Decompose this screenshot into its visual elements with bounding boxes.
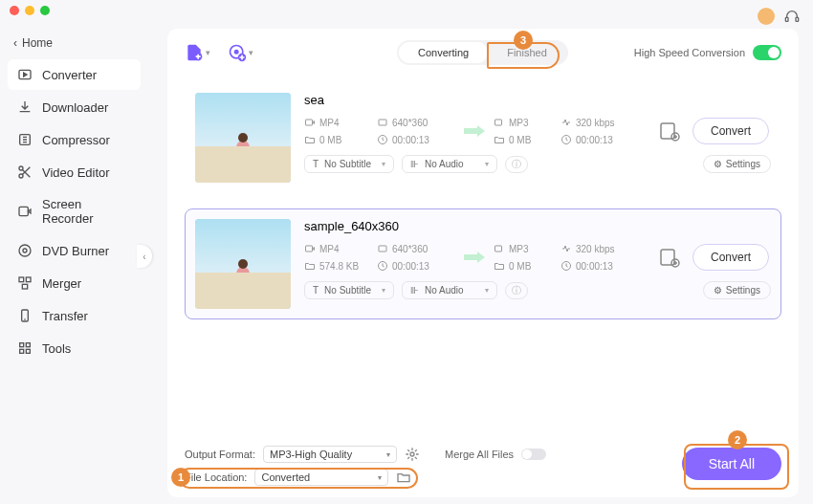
svg-rect-9 <box>19 277 24 282</box>
edit-output-icon[interactable] <box>658 246 681 269</box>
sidebar-item-dvd-burner[interactable]: DVD Burner <box>8 235 141 266</box>
waveform-icon: ⊪ <box>410 159 419 169</box>
settings-button[interactable]: ⚙Settings <box>703 281 771 299</box>
audio-select[interactable]: ⊪No Audio▾ <box>402 155 497 173</box>
folder-icon <box>304 134 316 145</box>
svg-rect-6 <box>19 207 28 215</box>
sidebar-collapse[interactable]: ‹ <box>137 245 152 268</box>
subtitle-select[interactable]: TNo Subtitle▾ <box>304 155 394 173</box>
svg-point-19 <box>235 51 238 54</box>
chevron-down-icon: ▾ <box>249 48 253 57</box>
svg-point-5 <box>19 174 23 178</box>
sidebar-item-label: Tools <box>42 341 71 356</box>
output-format-select[interactable]: MP3-High Quality▾ <box>263 446 397 463</box>
thumbnail[interactable] <box>195 219 291 309</box>
annotation-3: 3 <box>514 31 533 50</box>
download-icon <box>17 99 33 115</box>
chevron-down-icon: ▾ <box>206 48 210 57</box>
sidebar-item-label: Compressor <box>42 133 110 147</box>
subtitle-select[interactable]: TNo Subtitle▾ <box>304 281 394 299</box>
window-controls[interactable] <box>10 6 50 15</box>
svg-rect-29 <box>379 246 386 252</box>
open-folder-icon[interactable] <box>396 470 411 485</box>
chevron-left-icon: ‹ <box>13 36 17 50</box>
tools-icon <box>17 340 33 356</box>
info-button[interactable]: ⓘ <box>505 282 528 299</box>
sidebar-item-merger[interactable]: Merger <box>8 268 141 298</box>
svg-rect-11 <box>22 284 27 289</box>
svg-rect-24 <box>495 120 502 125</box>
resolution-icon <box>377 117 388 128</box>
svg-rect-10 <box>26 277 31 282</box>
add-file-button[interactable]: ▾ <box>185 43 210 62</box>
video-icon <box>304 117 316 128</box>
svg-point-7 <box>19 245 31 256</box>
sidebar-item-compressor[interactable]: Compressor <box>8 124 141 155</box>
sidebar-item-tools[interactable]: Tools <box>8 333 141 363</box>
media-item: sample_640x360 MP4 574.8 KB 640*360 00:0… <box>185 208 781 319</box>
bitrate-icon <box>560 243 572 254</box>
info-button[interactable]: ⓘ <box>505 156 528 173</box>
sidebar-item-label: Video Editor <box>42 165 110 180</box>
recorder-icon <box>17 204 33 219</box>
convert-button[interactable]: Convert <box>692 118 769 144</box>
support-icon[interactable] <box>784 9 800 24</box>
home-label: Home <box>22 36 53 50</box>
tab-converting[interactable]: Converting <box>399 42 488 63</box>
add-disc-icon <box>228 43 247 62</box>
avatar[interactable] <box>758 8 775 25</box>
svg-rect-1 <box>796 17 799 21</box>
convert-button[interactable]: Convert <box>692 244 769 271</box>
file-location-select[interactable]: Converted▾ <box>254 469 388 486</box>
svg-point-8 <box>23 249 27 252</box>
compressor-icon <box>17 132 33 147</box>
svg-rect-16 <box>26 349 30 353</box>
svg-rect-14 <box>26 343 30 347</box>
subtitle-icon: T <box>313 285 319 296</box>
main-panel: ▾ ▾ Converting Finished High Speed Conve… <box>167 29 799 497</box>
folder-icon <box>494 134 505 145</box>
svg-rect-31 <box>495 246 502 252</box>
gear-icon: ⚙ <box>714 159 722 169</box>
folder-icon <box>304 260 316 272</box>
svg-point-4 <box>19 166 23 170</box>
gear-icon: ⚙ <box>714 285 722 296</box>
output-format-label: Output Format: <box>185 449 255 460</box>
svg-rect-15 <box>20 349 24 353</box>
item-title: sample_640x360 <box>304 219 771 233</box>
close-icon[interactable] <box>10 6 19 15</box>
add-disc-button[interactable]: ▾ <box>228 43 253 62</box>
maximize-icon[interactable] <box>40 6 50 15</box>
sidebar-item-converter[interactable]: Converter <box>8 59 141 90</box>
svg-rect-22 <box>379 120 386 125</box>
hsc-toggle[interactable] <box>753 45 781 60</box>
settings-button[interactable]: ⚙Settings <box>703 155 771 173</box>
sidebar-item-video-editor[interactable]: Video Editor <box>8 157 141 187</box>
svg-point-35 <box>410 452 414 456</box>
thumbnail[interactable] <box>195 93 291 183</box>
resolution-icon <box>377 243 388 254</box>
audio-select[interactable]: ⊪No Audio▾ <box>402 281 497 299</box>
sidebar-item-downloader[interactable]: Downloader <box>8 92 141 122</box>
edit-output-icon[interactable] <box>658 120 681 142</box>
scissors-icon <box>17 164 33 180</box>
sidebar-item-screen-recorder[interactable]: Screen Recorder <box>8 189 141 233</box>
annotation-1: 1 <box>171 468 190 487</box>
merger-icon <box>17 275 33 291</box>
clock-icon <box>560 260 572 272</box>
svg-rect-0 <box>785 17 788 21</box>
sidebar-item-transfer[interactable]: Transfer <box>8 300 141 331</box>
sidebar-item-label: Screen Recorder <box>42 197 131 226</box>
add-file-icon <box>185 43 204 62</box>
tabs: Converting Finished <box>397 40 568 65</box>
audio-icon <box>494 243 505 254</box>
start-all-button[interactable]: Start All <box>682 448 781 480</box>
svg-rect-28 <box>306 246 313 252</box>
waveform-icon: ⊪ <box>410 285 419 296</box>
svg-rect-26 <box>661 123 674 139</box>
format-settings-icon[interactable] <box>405 447 420 462</box>
home-link[interactable]: ‹ Home <box>8 33 141 54</box>
clock-icon <box>377 134 388 145</box>
merge-toggle[interactable] <box>521 449 546 460</box>
minimize-icon[interactable] <box>25 6 34 15</box>
